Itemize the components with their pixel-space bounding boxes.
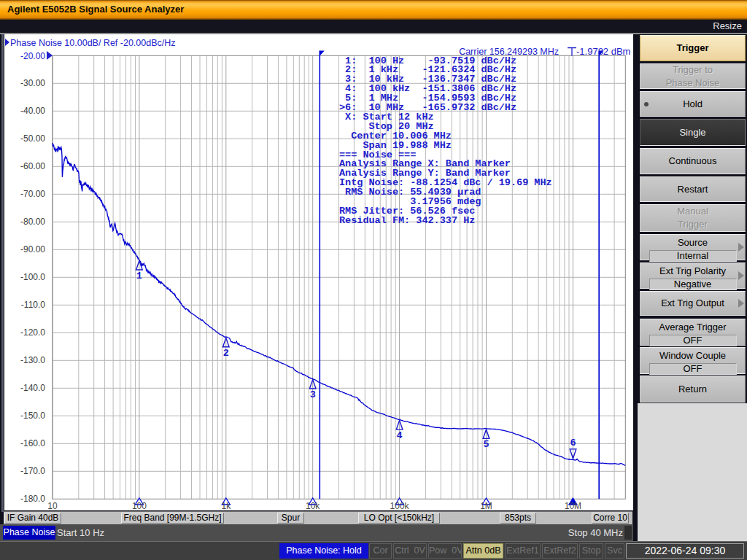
svg-text:4: 4 (397, 430, 403, 441)
svg-text:1: 1 (136, 271, 142, 281)
svg-text:3: 3 (310, 389, 316, 400)
svg-text:2: 2 (223, 348, 229, 359)
svg-text:6: 6 (570, 438, 576, 448)
svg-text:5: 5 (483, 439, 489, 450)
